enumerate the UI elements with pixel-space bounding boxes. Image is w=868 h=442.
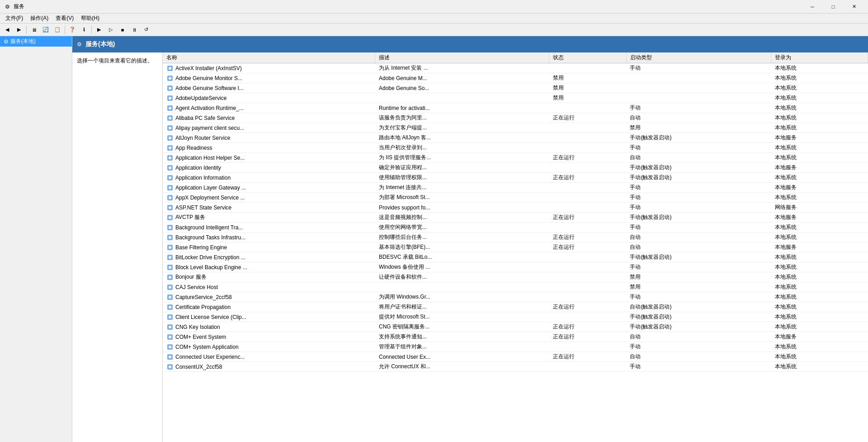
service-status [549, 282, 627, 292]
table-row[interactable]: Client License Service (Clip...提供对 Micro… [163, 312, 868, 322]
toolbar-export[interactable]: 📋 [52, 25, 63, 35]
table-row[interactable]: AllJoyn Router Service路由本地 AllJoyn 客...手… [163, 133, 868, 143]
toolbar-back[interactable]: ◀ [2, 25, 13, 35]
table-row[interactable]: ConsentUX_2ccf58允许 ConnectUX 和...手动本地系统 [163, 362, 868, 372]
service-login: 本地系统 [771, 322, 868, 332]
service-desc: 路由本地 AllJoyn 客... [375, 133, 549, 143]
table-row[interactable]: AVCTP 服务这是音频视频控制...正在运行手动(触发器启动)本地服务 [163, 213, 868, 223]
table-row[interactable]: Certificate Propagation将用户证书和根证...正在运行自动… [163, 302, 868, 312]
service-desc: 使用辅助管理权限... [375, 173, 549, 183]
service-desc: 确定并验证应用程... [375, 163, 549, 173]
menu-view[interactable]: 查看(V) [52, 14, 77, 23]
table-row[interactable]: Application Identity确定并验证应用程...手动(触发器启动)… [163, 163, 868, 173]
service-startup: 手动 [626, 183, 771, 193]
table-row[interactable]: Block Level Backup Engine ...Windows 备份使… [163, 262, 868, 272]
table-row[interactable]: Background Tasks Infrastru...控制哪些后台任务...… [163, 233, 868, 242]
service-desc: 这是音频视频控制... [375, 213, 549, 223]
service-status [549, 183, 627, 193]
toolbar-pause[interactable]: ⏸ [129, 25, 140, 35]
toolbar-up[interactable]: 🖥 [28, 25, 39, 35]
table-row[interactable]: Bonjour 服务让硬件设备和软件...禁用本地系统 [163, 272, 868, 282]
service-status [549, 103, 627, 113]
service-login: 本地系统 [771, 73, 868, 83]
service-startup: 手动 [626, 203, 771, 213]
main-container: ⚙ 服务(本地) ⚙ 服务(本地) 选择一个项目来查看它的描述。 名称 [0, 36, 868, 442]
service-icon [166, 134, 174, 142]
col-name[interactable]: 名称 [163, 52, 375, 63]
menu-action[interactable]: 操作(A) [27, 14, 52, 23]
menu-help[interactable]: 帮助(H) [77, 14, 103, 23]
service-status [549, 123, 627, 133]
right-panel: ⚙ 服务(本地) 选择一个项目来查看它的描述。 名称 描述 状态 启动类型 [72, 36, 868, 442]
table-row[interactable]: CaptureService_2ccf58为调用 Windows.Gr...手动… [163, 292, 868, 302]
menu-file[interactable]: 文件(F) [2, 14, 27, 23]
col-startup[interactable]: 启动类型 [626, 52, 771, 63]
service-name: ConsentUX_2ccf58 [175, 364, 222, 370]
col-desc[interactable]: 描述 [375, 52, 549, 63]
toolbar-restart[interactable]: ↺ [141, 25, 151, 35]
service-name: Application Host Helper Se... [175, 155, 245, 161]
minimize-button[interactable]: ─ [802, 0, 823, 14]
table-row[interactable]: Alipay payment client secu...为支付宝客户端提...… [163, 123, 868, 133]
close-button[interactable]: ✕ [844, 0, 864, 14]
svg-point-37 [169, 246, 171, 249]
table-row[interactable]: CAJ Service Host禁用本地系统 [163, 282, 868, 292]
col-login[interactable]: 登录为 [771, 52, 868, 63]
service-status: 禁用 [549, 83, 627, 93]
svg-point-31 [169, 216, 171, 219]
service-login: 本地系统 [771, 302, 868, 312]
service-startup: 手动(触发器启动) [626, 252, 771, 262]
service-startup [626, 83, 771, 93]
table-row[interactable]: Adobe Genuine Software I...Adobe Genuine… [163, 83, 868, 93]
service-login: 本地系统 [771, 282, 868, 292]
table-row[interactable]: CNG Key IsolationCNG 密钥隔离服务...正在运行手动(触发器… [163, 322, 868, 332]
services-table-container[interactable]: 名称 描述 状态 启动类型 登录为 ActiveX Installer (AxI… [163, 52, 868, 442]
table-row[interactable]: Adobe Genuine Monitor S...Adobe Genuine … [163, 73, 868, 83]
toolbar-play2[interactable]: ▷ [105, 25, 116, 35]
svg-point-21 [169, 166, 171, 169]
svg-point-15 [169, 137, 171, 139]
service-name: Agent Activation Runtime_... [175, 105, 244, 111]
svg-point-59 [169, 356, 171, 358]
service-name: Base Filtering Engine [175, 244, 227, 251]
service-desc: 为从 Internet 安装 ... [375, 63, 549, 73]
table-row[interactable]: Background Intelligent Tra...使用空闲网络带宽...… [163, 223, 868, 233]
table-row[interactable]: COM+ System Application管理基于组件对象...手动本地系统 [163, 342, 868, 352]
service-status [549, 193, 627, 203]
table-row[interactable]: Application Information使用辅助管理权限...正在运行手动… [163, 173, 868, 183]
service-name: BitLocker Drive Encryption ... [175, 254, 245, 261]
table-row[interactable]: App Readiness当用户初次登录到...手动本地系统 [163, 143, 868, 153]
service-desc: 当用户初次登录到... [375, 143, 549, 153]
svg-point-13 [169, 127, 171, 129]
service-name: Alibaba PC Safe Service [175, 115, 235, 121]
table-row[interactable]: Application Host Helper Se...为 IIS 提供管理服… [163, 153, 868, 163]
toolbar-forward[interactable]: ▶ [14, 25, 24, 35]
maximize-button[interactable]: □ [823, 0, 844, 14]
table-row[interactable]: Agent Activation Runtime_...Runtime for … [163, 103, 868, 113]
gear-icon-header: ⚙ [77, 41, 82, 48]
toolbar-refresh[interactable]: 🔄 [40, 25, 51, 35]
table-row[interactable]: Base Filtering Engine基本筛选引擎(BFE)...正在运行自… [163, 242, 868, 252]
table-row[interactable]: Connected User Experienc...Connected Use… [163, 352, 868, 362]
table-row[interactable]: COM+ Event System支持系统事件通知...正在运行自动本地服务 [163, 332, 868, 342]
table-row[interactable]: ASP.NET State ServiceProvides support fo… [163, 203, 868, 213]
toolbar-info[interactable]: ℹ [79, 25, 90, 35]
table-row[interactable]: Application Layer Gateway ...为 Internet … [163, 183, 868, 193]
right-header: ⚙ 服务(本地) [72, 36, 868, 52]
table-row[interactable]: ActiveX Installer (AxInstSV)为从 Internet … [163, 63, 868, 73]
svg-point-29 [169, 206, 171, 209]
table-row[interactable]: AppX Deployment Service ...为部署 Microsoft… [163, 193, 868, 203]
table-row[interactable]: BitLocker Drive Encryption ...BDESVC 承载 … [163, 252, 868, 262]
service-name: Background Intelligent Tra... [175, 224, 243, 231]
service-startup: 自动 [626, 332, 771, 342]
toolbar-help[interactable]: ❓ [67, 25, 78, 35]
service-name: AVCTP 服务 [175, 214, 205, 221]
table-row[interactable]: Alibaba PC Safe Service该服务负责为阿里...正在运行自动… [163, 113, 868, 123]
service-icon [166, 194, 174, 201]
sidebar-item-services-local[interactable]: ⚙ 服务(本地) [0, 36, 72, 47]
table-row[interactable]: AdobeUpdateService禁用本地系统 [163, 93, 868, 103]
col-status[interactable]: 状态 [549, 52, 627, 63]
service-status [549, 143, 627, 153]
toolbar-play[interactable]: ▶ [94, 25, 104, 35]
toolbar-stop[interactable]: ■ [117, 25, 128, 35]
